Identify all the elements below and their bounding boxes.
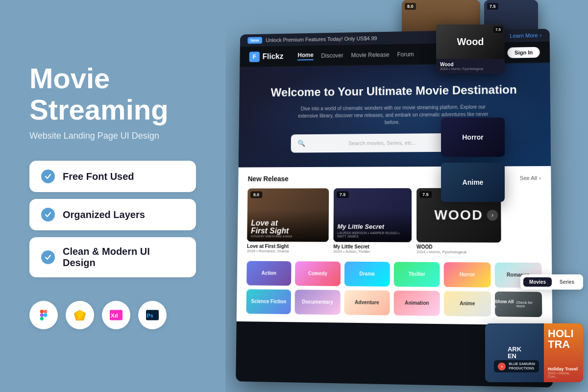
movie3-arrow[interactable]: ›: [487, 210, 498, 220]
learn-more-link[interactable]: Learn More ›: [510, 32, 541, 39]
movie2-meta: 2024 • Action, Thriller: [333, 249, 412, 254]
logo-area: F Flickz: [249, 51, 284, 62]
side-wood-card: Wood 7.5 Wood 2024 • Horror, Pyschologic…: [436, 24, 505, 74]
see-all-button[interactable]: See All ›: [520, 175, 541, 181]
holiday-right-panel: HOLITRA Holiday Travel 2023 • Drama, Com…: [544, 323, 583, 382]
holiday-travel-card: 8.0 ARKEN HOLITRA Holiday Travel 2023 • …: [485, 323, 583, 382]
left-panel: Movie Streaming Website Landing Page UI …: [0, 0, 225, 392]
genre-grid: Action Comedy Drama Thriller Horror Roma…: [246, 261, 542, 317]
logo-icon: F: [249, 51, 260, 62]
promo-text: Unlock Premium Features Today! Only US$4…: [266, 35, 377, 43]
tab-movies[interactable]: Movies: [523, 277, 552, 287]
svg-rect-0: [40, 310, 44, 313]
holiday-title-text: ARKEN: [508, 346, 521, 360]
samurai-icon: ●: [498, 363, 506, 370]
genre-anime[interactable]: Anime: [444, 291, 491, 317]
side-horror-card: Horror: [441, 118, 505, 157]
blue-samurai-logo: ● BLUE SAMURAI PRODUCTIONS: [494, 360, 539, 372]
figma-icon: [29, 301, 58, 329]
nav-discover[interactable]: Discover: [321, 52, 343, 59]
nav-home[interactable]: Home: [297, 51, 313, 60]
horror-label: Horror: [462, 133, 484, 141]
promo-bar-left: New Unlock Premium Features Today! Only …: [247, 35, 377, 44]
feature-item-clean-modern: Clean & Modern UI Design: [29, 237, 196, 277]
right-panel: 8.0 Love atFirst Sight A FILM BY GRETA M…: [225, 0, 588, 392]
holiday-left-panel: 8.0 ARKEN: [485, 323, 544, 382]
movie1-overlay: Love atFirst Sight A FILM BY GRETA MAE E…: [247, 188, 329, 242]
movie1-info: Love at First Sight 2024 • Romance, Dram…: [247, 244, 329, 254]
title-line1: Movie: [29, 62, 110, 94]
search-icon: 🔍: [297, 140, 305, 147]
tool-icons: Xd Ps: [29, 301, 196, 329]
sign-in-button[interactable]: Sign In: [508, 47, 540, 58]
genre-drama[interactable]: Drama: [344, 262, 390, 287]
movie1-meta: 2024 • Romance, Drama: [247, 249, 329, 254]
svg-rect-2: [40, 314, 44, 317]
movie1-title: Love atFirst Sight: [251, 219, 325, 235]
side-wood-title: Wood: [457, 36, 484, 48]
svg-rect-3: [40, 317, 44, 320]
holiday-info: 8.0 ARKEN: [508, 346, 521, 360]
genre-show-all[interactable]: Show All ›Check for more: [495, 292, 542, 317]
svg-rect-1: [44, 310, 47, 313]
movie1-subtitle: A FILM BY GRETA MAE EVANS: [251, 235, 325, 238]
check-icon-3: [41, 250, 55, 264]
tab-series[interactable]: Series: [554, 277, 580, 287]
feature-label-organized-layers: Organized Layers: [63, 209, 145, 220]
title-line2: Streaming: [29, 94, 169, 125]
genre-horror[interactable]: Horror: [444, 262, 490, 288]
hero-title: Welcome to Your Ultimate Movie Destinati…: [253, 83, 535, 100]
movie3-rating: 7.5: [419, 191, 432, 198]
movie-card-love[interactable]: 8.0 Love atFirst Sight A FILM BY GRETA M…: [247, 188, 329, 253]
movie3-name: WOOD: [416, 244, 501, 250]
movies-series-tabs: Movies Series: [520, 274, 583, 290]
side-anime-card: Anime: [441, 163, 505, 202]
holiday-meta: 2023 • Drama, Com...: [548, 371, 579, 378]
xd-icon: Xd: [102, 301, 130, 329]
feature-label-free-font: Free Font Used: [63, 171, 134, 182]
nav-forum[interactable]: Forum: [397, 50, 414, 57]
svg-text:Xd: Xd: [111, 313, 118, 318]
genre-documentary[interactable]: Documentary: [295, 290, 341, 315]
movie3-title-big: WOOD: [434, 207, 483, 223]
genre-scifi[interactable]: Science Fiction: [246, 289, 291, 314]
genre-adventure[interactable]: Adventure: [344, 290, 390, 315]
new-badge: New: [247, 37, 262, 44]
movie2-info: My Little Secret 2024 • Action, Thriller: [333, 244, 412, 254]
holiday-bottom-info: Holiday Travel 2023 • Drama, Com...: [548, 367, 579, 378]
side-wood-meta: 2024 • Horror, Pyschological: [440, 67, 501, 71]
feature-item-organized-layers: Organized Layers: [29, 199, 196, 230]
feature-item-free-font: Free Font Used: [29, 161, 196, 192]
check-icon-2: [41, 208, 55, 221]
movie2-name: My Little Secret: [333, 244, 412, 249]
anime-label: Anime: [463, 178, 484, 186]
side-wood-info: Wood 2024 • Horror, Pyschological: [436, 59, 505, 74]
svg-text:Ps: Ps: [147, 313, 153, 318]
movie-card-my-little-secret[interactable]: 7.5 My Little Secret LAUREA WERSON • HAR…: [333, 188, 412, 254]
genre-animation[interactable]: Animation: [394, 291, 440, 316]
check-icon-1: [41, 170, 55, 183]
holiday-name: Holiday Travel: [548, 367, 579, 371]
new-release-title: New Release: [248, 175, 289, 183]
brand-name: Flickz: [262, 52, 283, 61]
genre-thriller[interactable]: Thriller: [394, 262, 440, 287]
content-area: New Release See All › 8.0 Love atFirst S…: [237, 166, 553, 325]
ps-icon: Ps: [138, 301, 167, 329]
side-wood-rating: 7.5: [493, 26, 503, 33]
movie1-name: Love at First Sight: [247, 244, 329, 249]
main-title: Movie Streaming: [29, 63, 196, 125]
genre-comedy[interactable]: Comedy: [295, 261, 341, 286]
subtitle: Website Landing Page UI Design: [29, 131, 196, 141]
holiday-title-big: HOLITRA: [548, 328, 579, 350]
movie3-meta: 2024 • Horror, Pyschological: [416, 249, 501, 254]
bg-card2-rating: 7.5: [487, 3, 498, 10]
search-input[interactable]: Search movies, Series, etc...: [309, 140, 457, 147]
genre-action[interactable]: Action: [246, 261, 292, 285]
samurai-text: BLUE SAMURAI PRODUCTIONS: [509, 362, 535, 370]
movie2-cast: LAUREA WERSON • HARPER RUSSO • MATT JAME…: [337, 231, 408, 238]
movie2-title: My Little Secret: [338, 223, 408, 230]
feature-list: Free Font Used Organized Layers Clean & …: [29, 161, 196, 277]
nav-movie-release[interactable]: Movie Release: [351, 51, 389, 58]
sketch-icon: [66, 301, 94, 329]
side-wood-name: Wood: [440, 62, 501, 67]
